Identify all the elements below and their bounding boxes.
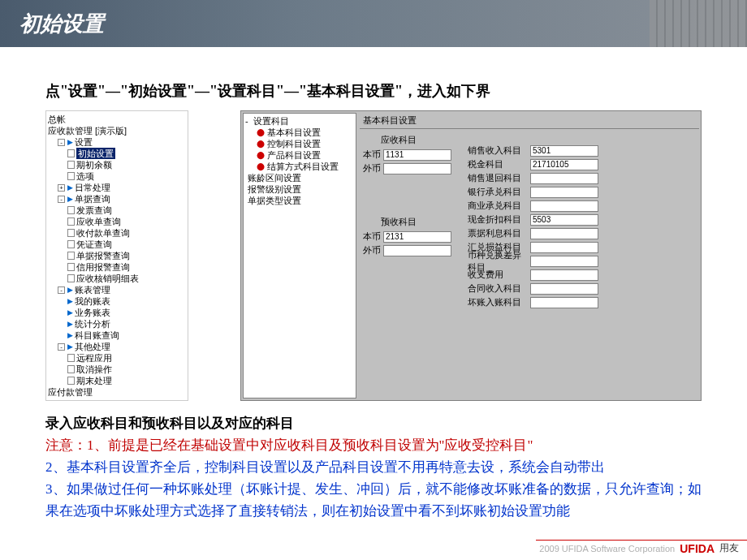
tree-node-voucher[interactable]: 凭证查询: [48, 239, 186, 250]
arrow-icon: ▶: [67, 318, 73, 330]
left-nav-tree: 总帐 应收款管理 [演示版] -▶设置 初始设置 期初余额 选项 +▶日常处理 …: [45, 110, 188, 401]
mtree-alarm[interactable]: 报警级别设置: [245, 183, 354, 195]
tree-node-daily[interactable]: +▶日常处理: [48, 182, 186, 193]
row-return: 销售退回科目: [468, 171, 598, 185]
row-fee: 收支费用: [468, 268, 598, 282]
page-icon: [67, 274, 75, 282]
label-foreign: 外币: [363, 162, 381, 174]
link-icon: ⬤: [257, 138, 265, 149]
tree-node-payment[interactable]: 收付款单查询: [48, 227, 186, 239]
collapse-icon[interactable]: -: [58, 343, 65, 351]
mtree-root[interactable]: -设置科目: [245, 115, 354, 127]
tree-node-period[interactable]: 期末处理: [48, 375, 186, 386]
page-icon: [67, 172, 75, 180]
page-icon: [67, 206, 75, 214]
tree-node-account[interactable]: -▶账表管理: [48, 284, 186, 295]
mtree-billtype[interactable]: 单据类型设置: [245, 195, 354, 206]
input-ar-local[interactable]: [383, 149, 451, 161]
arrow-icon: ▶: [67, 307, 73, 318]
arrow-icon: ▶: [67, 182, 73, 193]
mtree-product[interactable]: ⬤产品科目设置: [245, 149, 354, 161]
tree-root-ar[interactable]: 应收款管理 [演示版]: [48, 125, 186, 136]
slide-content: 点"设置"—"初始设置"—"设置科目"—"基本科目设置"，进入如下界 总帐 应收…: [0, 47, 747, 522]
tree-node-subacc[interactable]: ▶科目账查询: [48, 330, 186, 341]
input-currdiff[interactable]: [530, 256, 598, 267]
collapse-icon[interactable]: -: [58, 196, 65, 203]
header-decoration: [650, 0, 747, 47]
input-billint[interactable]: [530, 228, 598, 239]
input-baddebt[interactable]: [530, 297, 598, 308]
mtree-settle[interactable]: ⬤结算方式科目设置: [245, 161, 354, 172]
collapse-icon[interactable]: -: [58, 139, 65, 146]
tree-root-ap[interactable]: 应付款管理: [48, 386, 186, 398]
arrow-icon: ▶: [67, 295, 73, 307]
link-icon: ⬤: [257, 161, 265, 172]
tree-node-init[interactable]: 初始设置: [48, 148, 186, 159]
input-pre-foreign[interactable]: [383, 245, 451, 256]
nav-path-text: 点"设置"—"初始设置"—"设置科目"—"基本科目设置"，进入如下界: [45, 81, 702, 101]
slide-title: 初始设置: [19, 10, 104, 38]
row-billint: 票据利息科目: [468, 226, 598, 240]
row-cashdisc: 现金折扣科目: [468, 213, 598, 226]
row-sales: 销售收入科目: [468, 144, 598, 157]
tree-node-myacc[interactable]: ▶我的账表: [48, 295, 186, 307]
ufida-cn: 用友: [719, 541, 739, 555]
tree-node-alarm[interactable]: 单据报警查询: [48, 250, 186, 261]
tree-node-bill[interactable]: -▶单据查询: [48, 193, 186, 205]
input-fee[interactable]: [530, 269, 598, 281]
collapse-icon[interactable]: -: [245, 115, 248, 127]
label-local: 本币: [363, 149, 381, 161]
page-icon: [67, 240, 75, 248]
note-3: 3、如果做过任何一种坏账处理（坏账计提、发生、冲回）后，就不能修改坏账准备的数据…: [45, 478, 702, 522]
page-icon: [67, 149, 75, 157]
form-left-col: 应收科目 本币 外币 预收科目 本币 外币: [363, 132, 451, 309]
tree-node-cancel[interactable]: 取消操作: [48, 364, 186, 375]
row-currdiff: 币种兑换差异科目: [468, 254, 598, 268]
input-sales[interactable]: [530, 145, 598, 157]
page-icon: [67, 377, 75, 385]
tree-node-credit[interactable]: 信用报警查询: [48, 261, 186, 273]
tree-node-bizacc[interactable]: ▶业务账表: [48, 307, 186, 318]
input-tax[interactable]: [530, 159, 598, 170]
copyright-text: 2009 UFIDA Software Corporation: [539, 544, 675, 554]
tree-node-receipt[interactable]: 应收单查询: [48, 216, 186, 227]
page-icon: [67, 263, 75, 271]
input-bank[interactable]: [530, 187, 598, 198]
tree-node-remote[interactable]: 远程应用: [48, 352, 186, 364]
row-local-2: 本币: [363, 230, 451, 243]
tree-root-gl[interactable]: 总帐: [48, 114, 186, 125]
input-exchange[interactable]: [530, 242, 598, 253]
tree-node-option[interactable]: 选项: [48, 170, 186, 182]
input-ar-foreign[interactable]: [383, 163, 451, 174]
row-tax: 税金科目: [468, 157, 598, 171]
tree-node-settings[interactable]: -▶设置: [48, 136, 186, 148]
tree-node-invoice[interactable]: 发票查询: [48, 205, 186, 216]
basic-account-form: 基本科目设置 应收科目 本币 外币 预收科目 本币 外币: [358, 111, 701, 400]
tree-node-other[interactable]: -▶其他处理: [48, 341, 186, 352]
page-icon: [67, 252, 75, 260]
row-commerce: 商业承兑科目: [468, 199, 598, 213]
row-contract: 合同收入科目: [468, 282, 598, 295]
link-icon: ⬤: [257, 149, 265, 161]
page-icon: [67, 229, 75, 237]
collapse-icon[interactable]: -: [58, 286, 65, 294]
settings-window: -设置科目 ⬤基本科目设置 ⬤控制科目设置 ⬤产品科目设置 ⬤结算方式科目设置 …: [240, 110, 702, 401]
tree-node-stat[interactable]: ▶统计分析: [48, 318, 186, 330]
form-title: 基本科目设置: [360, 113, 699, 129]
input-return[interactable]: [530, 173, 598, 184]
arrow-icon: ▶: [67, 136, 73, 148]
input-pre-local[interactable]: [383, 231, 451, 243]
input-cashdisc[interactable]: [530, 214, 598, 226]
input-commerce[interactable]: [530, 200, 598, 212]
mtree-control[interactable]: ⬤控制科目设置: [245, 138, 354, 149]
mtree-basic[interactable]: ⬤基本科目设置: [245, 127, 354, 138]
footer-divider: [536, 540, 747, 541]
tree-node-balance[interactable]: 期初余额: [48, 159, 186, 170]
tree-node-verify[interactable]: 应收核销明细表: [48, 273, 186, 284]
note-2: 2、基本科目设置齐全后，控制科目设置以及产品科目设置不用再特意去设，系统会自动带…: [45, 456, 702, 478]
page-icon: [67, 218, 75, 226]
expand-icon[interactable]: +: [58, 184, 65, 192]
mtree-aging[interactable]: 账龄区间设置: [245, 172, 354, 183]
input-contract[interactable]: [530, 283, 598, 295]
form-right-col: 销售收入科目 税金科目 销售退回科目 银行承兑科目 商业承兑科目 现金折扣科目 …: [468, 132, 598, 309]
